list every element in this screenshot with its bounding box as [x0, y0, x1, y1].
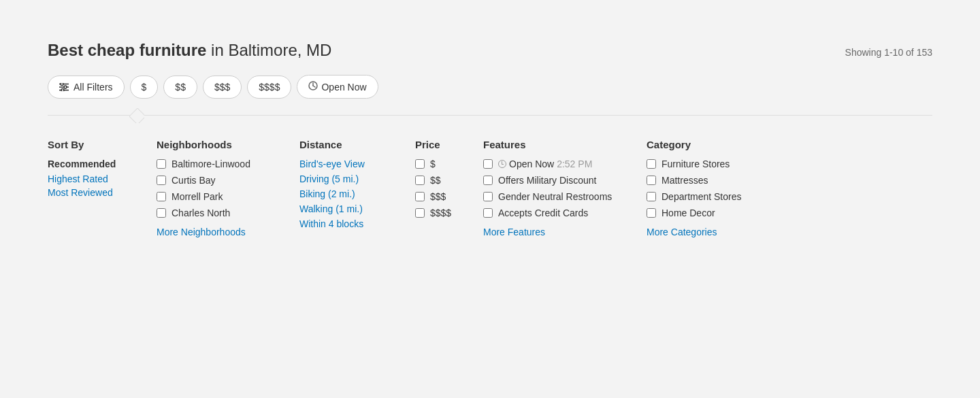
distance-driving[interactable]: Driving (5 mi.) [299, 173, 388, 184]
price-item-2: $$$ [415, 191, 456, 202]
neighborhood-label-1: Curtis Bay [172, 175, 216, 186]
category-header: Category [647, 139, 755, 150]
distance-birds-eye[interactable]: Bird's-eye View [299, 159, 388, 169]
category-checkbox-3[interactable] [647, 208, 656, 218]
price-3-button[interactable]: $$$ [203, 76, 242, 99]
neighborhood-checkbox-2[interactable] [157, 192, 166, 201]
category-label-1: Mattresses [662, 175, 708, 186]
feature-checkbox-gender-neutral[interactable] [483, 192, 493, 201]
category-item-2: Department Stores [647, 191, 755, 202]
neighborhoods-column: Neighborhoods Baltimore-Linwood Curtis B… [157, 139, 299, 237]
neighborhood-label-2: Morrell Park [172, 191, 223, 202]
category-checkbox-1[interactable] [647, 176, 656, 185]
price-checkbox-3[interactable] [415, 208, 425, 218]
svg-line-8 [313, 86, 315, 87]
category-column: Category Furniture Stores Mattresses Dep… [647, 139, 783, 237]
header-row: Best cheap furniture in Baltimore, MD Sh… [48, 41, 932, 60]
sort-by-header: Sort By [48, 139, 129, 150]
distance-column: Distance Bird's-eye View Driving (5 mi.)… [299, 139, 415, 237]
neighborhoods-header: Neighborhoods [157, 139, 272, 150]
neighborhood-checkbox-3[interactable] [157, 208, 166, 218]
feature-military-label: Offers Military Discount [498, 175, 596, 186]
svg-point-5 [61, 88, 64, 91]
distance-walking[interactable]: Walking (1 mi.) [299, 203, 388, 214]
feature-open-now: Open Now 2:52 PM [483, 159, 619, 169]
features-column: Features Open Now 2:52 PM Offers Militar… [483, 139, 647, 237]
feature-checkbox-open-now[interactable] [483, 159, 493, 169]
distance-biking[interactable]: Biking (2 mi.) [299, 188, 388, 199]
category-checkbox-0[interactable] [647, 159, 656, 169]
category-label-0: Furniture Stores [662, 159, 730, 169]
neighborhood-checkbox-0[interactable] [157, 159, 166, 169]
price-label-0: $ [430, 159, 436, 169]
sort-by-column: Sort By Recommended Highest Rated Most R… [48, 139, 157, 237]
filter-sliders-icon [59, 83, 69, 91]
result-count: Showing 1-10 of 153 [845, 47, 932, 58]
price-1-button[interactable]: $ [130, 76, 159, 99]
features-header: Features [483, 139, 619, 150]
neighborhood-label-0: Baltimore-Linwood [172, 159, 250, 169]
feature-credit-cards-label: Accepts Credit Cards [498, 208, 588, 218]
feature-military-discount: Offers Military Discount [483, 175, 619, 186]
distance-within-blocks[interactable]: Within 4 blocks [299, 218, 388, 229]
neighborhood-item-1: Curtis Bay [157, 175, 272, 186]
open-now-label-group: Open Now 2:52 PM [498, 159, 592, 169]
more-features-link[interactable]: More Features [483, 227, 545, 237]
more-categories-link[interactable]: More Categories [647, 227, 717, 237]
neighborhood-item-0: Baltimore-Linwood [157, 159, 272, 169]
feature-gender-neutral-label: Gender Neutral Restrooms [498, 191, 612, 202]
category-item-3: Home Decor [647, 208, 755, 218]
price-item-1: $$ [415, 175, 456, 186]
price-checkbox-2[interactable] [415, 192, 425, 201]
feature-credit-cards: Accepts Credit Cards [483, 208, 619, 218]
price-item-0: $ [415, 159, 456, 169]
neighborhood-item-2: Morrell Park [157, 191, 272, 202]
feature-gender-neutral: Gender Neutral Restrooms [483, 191, 619, 202]
sort-highest-rated[interactable]: Highest Rated [48, 173, 129, 184]
distance-header: Distance [299, 139, 388, 150]
price-item-3: $$$$ [415, 208, 456, 218]
price-checkbox-0[interactable] [415, 159, 425, 169]
feature-checkbox-credit-cards[interactable] [483, 208, 493, 218]
category-item-0: Furniture Stores [647, 159, 755, 169]
category-label-3: Home Decor [662, 208, 715, 218]
neighborhood-item-3: Charles North [157, 208, 272, 218]
clock-icon [308, 81, 318, 93]
page-title-bold: Best cheap furniture [48, 41, 206, 59]
sort-recommended: Recommended [48, 159, 129, 169]
page-title: Best cheap furniture in Baltimore, MD [48, 41, 331, 60]
price-column: Price $ $$ $$$ $$$$ [415, 139, 483, 237]
filter-panel: Sort By Recommended Highest Rated Most R… [48, 132, 932, 251]
more-neighborhoods-link[interactable]: More Neighborhoods [157, 227, 246, 237]
feature-open-now-text: Open Now [509, 159, 554, 169]
open-now-button[interactable]: Open Now [297, 75, 378, 99]
category-checkbox-2[interactable] [647, 192, 656, 201]
category-item-1: Mattresses [647, 175, 755, 186]
open-now-label: Open Now [321, 82, 366, 93]
divider-arrow [129, 108, 144, 123]
page-title-rest: in Baltimore, MD [206, 41, 331, 59]
price-label-2: $$$ [430, 191, 446, 202]
svg-point-3 [61, 83, 63, 86]
small-clock-icon [498, 160, 506, 168]
svg-point-4 [64, 86, 67, 88]
all-filters-label: All Filters [74, 82, 113, 93]
price-label-3: $$$$ [430, 208, 451, 218]
category-label-2: Department Stores [662, 191, 742, 202]
open-now-time: 2:52 PM [557, 159, 592, 169]
filter-bar: All Filters $ $$ $$$ $$$$ Open Now [48, 75, 932, 99]
page-wrapper: Best cheap furniture in Baltimore, MD Sh… [0, 0, 980, 278]
neighborhood-checkbox-1[interactable] [157, 176, 166, 185]
price-header: Price [415, 139, 456, 150]
filter-panel-divider [48, 115, 932, 116]
feature-checkbox-military[interactable] [483, 176, 493, 185]
price-label-1: $$ [430, 175, 441, 186]
price-2-button[interactable]: $$ [163, 76, 197, 99]
neighborhood-label-3: Charles North [172, 208, 230, 218]
all-filters-button[interactable]: All Filters [48, 76, 125, 99]
price-checkbox-1[interactable] [415, 176, 425, 185]
price-4-button[interactable]: $$$$ [247, 76, 291, 99]
sort-most-reviewed[interactable]: Most Reviewed [48, 187, 129, 198]
